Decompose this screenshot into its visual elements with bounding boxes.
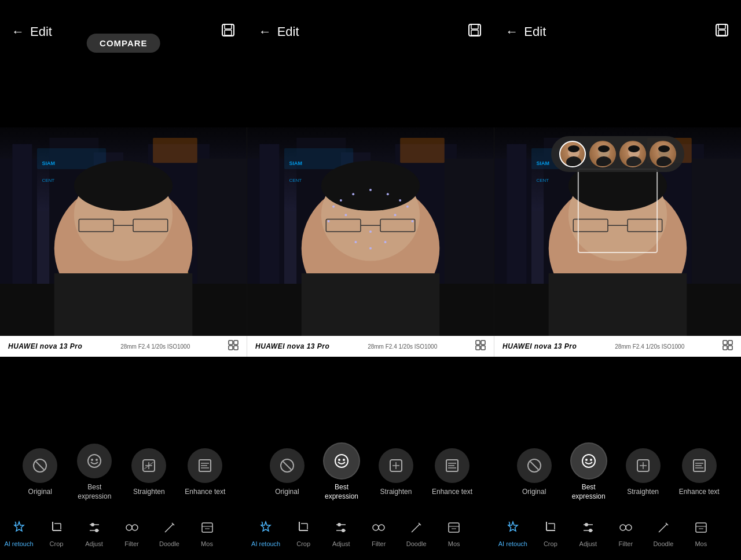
header-panel-2: ← Edit <box>247 0 494 64</box>
adjust-label-3: Adjust <box>579 540 597 547</box>
adjust-label-2: Adjust <box>332 540 350 547</box>
svg-rect-107 <box>728 341 732 345</box>
exif-grid-icon-2[interactable] <box>475 340 486 353</box>
tool-enhance-1[interactable]: Enhance text <box>185 448 225 497</box>
doodle-label-1: Doodle <box>159 540 179 547</box>
svg-point-114 <box>96 459 98 461</box>
save-icon-2[interactable] <box>467 23 482 41</box>
svg-point-91 <box>598 145 610 152</box>
photo-panel-3: SIAM CENT <box>494 127 741 336</box>
back-button-2[interactable]: ← <box>259 24 272 39</box>
bottom-adjust-3[interactable]: Adjust <box>569 516 607 552</box>
doodle-icon-1 <box>163 521 177 537</box>
svg-rect-98 <box>229 341 233 345</box>
bottom-crop-1[interactable]: Crop <box>38 516 75 552</box>
face-thumb-2[interactable] <box>589 141 616 167</box>
exif-info-3: 28mm F2.4 1/20s ISO1000 <box>615 343 684 350</box>
save-icon-3[interactable] <box>714 23 729 41</box>
svg-point-97 <box>658 145 670 152</box>
tool-original-1[interactable]: Original <box>21 448 58 497</box>
svg-point-87 <box>566 156 581 167</box>
tool-original-circle-2 <box>270 448 305 483</box>
bottom-doodle-3[interactable]: Doodle <box>644 516 682 552</box>
svg-rect-102 <box>476 341 480 345</box>
tool-original-2[interactable]: Original <box>269 448 306 497</box>
photo-3: SIAM CENT <box>494 127 741 336</box>
bottom-crop-2[interactable]: Crop <box>285 516 322 552</box>
tool-straighten-3[interactable]: Straighten <box>625 448 662 497</box>
crop-label-1: Crop <box>50 540 64 547</box>
bottom-more-1[interactable]: Mos <box>188 516 226 552</box>
adjust-icon-1 <box>87 521 101 537</box>
back-button-3[interactable]: ← <box>505 24 518 39</box>
bottom-filter-3[interactable]: Filter <box>607 516 644 552</box>
tool-straighten-1[interactable]: Straighten <box>130 448 167 497</box>
svg-rect-109 <box>728 346 732 350</box>
svg-point-155 <box>132 525 138 530</box>
bottom-filter-1[interactable]: Filter <box>113 516 151 552</box>
bottom-doodle-2[interactable]: Doodle <box>398 516 435 552</box>
photo-panel-2: SIAM CENT <box>247 127 494 336</box>
adjust-icon-2 <box>334 521 348 537</box>
filter-icon-1 <box>125 521 139 537</box>
svg-point-90 <box>596 156 611 167</box>
tool-best-1[interactable]: Bestexpression <box>76 444 113 501</box>
tool-enhance-3[interactable]: Enhance text <box>679 448 720 497</box>
headers-container: ← Edit COMPARE ← Edit ← <box>0 0 741 64</box>
face-thumb-3[interactable] <box>619 141 646 167</box>
bottom-adjust-1[interactable]: Adjust <box>75 516 113 552</box>
back-button-1[interactable]: ← <box>12 24 24 39</box>
svg-rect-19 <box>153 138 197 163</box>
svg-rect-45 <box>302 273 440 336</box>
tool-enhance-circle-1 <box>188 448 222 483</box>
face-thumb-1[interactable] <box>559 141 586 167</box>
more-label-3: Mos <box>695 540 707 547</box>
save-icon-1[interactable] <box>221 23 236 41</box>
bottom-filter-2[interactable]: Filter <box>360 516 398 552</box>
tool-best-2[interactable]: Bestexpression <box>323 444 360 501</box>
exif-grid-icon-3[interactable] <box>722 340 733 353</box>
bottom-more-2[interactable]: Mos <box>435 516 473 552</box>
tool-original-circle-3 <box>517 448 552 483</box>
bottom-more-3[interactable]: Mos <box>682 516 720 552</box>
header-left-2: ← Edit <box>259 24 299 39</box>
tool-original-3[interactable]: Original <box>516 448 553 497</box>
svg-text:SIAM: SIAM <box>536 160 549 166</box>
svg-rect-67 <box>507 144 526 284</box>
svg-rect-25 <box>54 273 193 336</box>
bottom-adjust-2[interactable]: Adjust <box>322 516 360 552</box>
photo-2: SIAM CENT <box>247 127 494 336</box>
exif-panel-2: HUAWEI nova 13 Pro 28mm F2.4 1/20s ISO10… <box>247 336 494 357</box>
exif-grid-icon-1[interactable] <box>228 340 239 353</box>
svg-point-136 <box>582 455 595 467</box>
svg-point-124 <box>335 455 348 467</box>
header-panel-3: ← Edit <box>494 0 741 64</box>
compare-button[interactable]: COMPARE <box>87 34 160 53</box>
svg-line-123 <box>283 462 291 470</box>
svg-rect-2 <box>225 30 232 35</box>
tools-panel-2: Original Bestexpression Str <box>247 438 494 507</box>
bottom-doodle-1[interactable]: Doodle <box>151 516 188 552</box>
photo-1: SIAM CENT <box>0 127 247 336</box>
svg-point-60 <box>328 220 330 222</box>
face-thumb-4[interactable] <box>650 141 676 167</box>
bottom-crop-3[interactable]: Crop <box>531 516 569 552</box>
tool-enhance-2[interactable]: Enhance text <box>432 448 472 497</box>
svg-point-125 <box>338 459 340 461</box>
exif-info-2: 28mm F2.4 1/20s ISO1000 <box>368 343 437 350</box>
svg-point-138 <box>590 459 592 461</box>
more-icon-1 <box>200 521 214 537</box>
svg-point-179 <box>589 529 592 532</box>
svg-point-181 <box>626 525 632 530</box>
bottom-ai-retouch-3[interactable]: AI retouch <box>494 516 531 552</box>
bottom-ai-retouch-2[interactable]: AI retouch <box>247 516 285 552</box>
svg-rect-103 <box>481 341 485 345</box>
svg-point-51 <box>399 199 401 202</box>
bottom-ai-retouch-1[interactable]: AI retouch <box>0 516 38 552</box>
tool-best-3[interactable]: Bestexpression <box>570 444 607 501</box>
svg-point-62 <box>369 189 372 191</box>
svg-rect-40 <box>400 138 445 163</box>
tool-straighten-2[interactable]: Straighten <box>377 448 414 497</box>
svg-point-64 <box>387 193 389 195</box>
tool-enhance-label-2: Enhance text <box>432 488 472 497</box>
